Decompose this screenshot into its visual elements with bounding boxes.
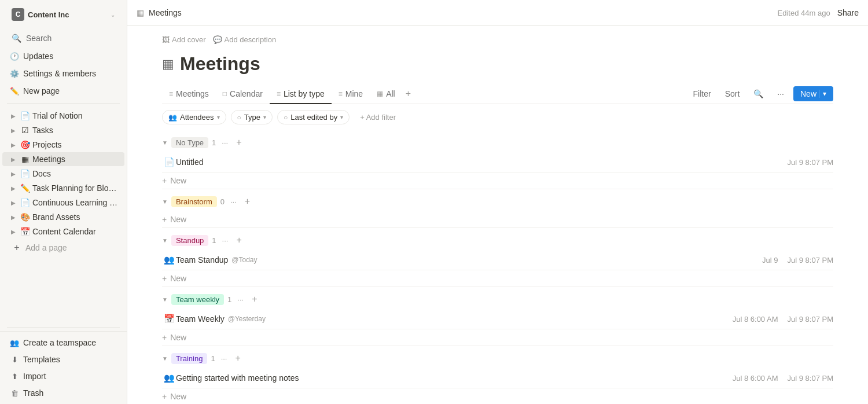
section-header-training[interactable]: ▼ Training 1 ··· + bbox=[162, 346, 833, 368]
search-label: Search bbox=[26, 34, 52, 43]
sidebar-item-brandassets[interactable]: ▶ 🎨 Brand Assets bbox=[2, 210, 124, 224]
add-cover-button[interactable]: 🖼 Add cover bbox=[162, 35, 206, 44]
sidebar: C Content Inc ⌄ 🔍 Search 🕐 Updates ⚙️ Se… bbox=[0, 0, 127, 404]
filter-chip-type[interactable]: ○Type▾ bbox=[231, 110, 273, 124]
new-row-button-teamweekly[interactable]: +New bbox=[162, 329, 833, 346]
new-page-label: New page bbox=[23, 86, 117, 96]
sidebar-item-add-page[interactable]: + Add a page bbox=[2, 240, 124, 256]
new-row-label: New bbox=[170, 215, 186, 224]
section-count: 1 bbox=[211, 354, 215, 363]
import-icon: ⬆ bbox=[9, 371, 20, 381]
row-date1: Jul 9 8:07 PM bbox=[788, 315, 834, 324]
page-title: Meetings bbox=[180, 53, 260, 75]
db-tab-listbytype[interactable]: ≡List by type bbox=[270, 85, 332, 104]
sidebar-item-tasks[interactable]: ▶ ☑ Tasks bbox=[2, 123, 124, 137]
row-meta: Jul 9 8:07 PM bbox=[788, 158, 834, 167]
row-tag: @Today bbox=[231, 256, 257, 264]
section-toggle-icon: ▼ bbox=[162, 355, 168, 362]
new-record-button[interactable]: New ▾ bbox=[793, 86, 833, 101]
list-row[interactable]: 👥 Team Standup @Today Jul 9 Jul 9 8:07 P… bbox=[162, 250, 833, 270]
tree-item-icon: 📄 bbox=[20, 169, 30, 178]
section-header-standup[interactable]: ▼ Standup 1 ··· + bbox=[162, 228, 833, 250]
sidebar-divider-bottom bbox=[7, 327, 120, 328]
add-description-button[interactable]: 💬 Add description bbox=[213, 35, 277, 44]
row-date1: Jul 9 8:07 PM bbox=[788, 158, 834, 167]
topbar-page-icon: ▦ bbox=[137, 8, 144, 17]
more-options-button[interactable]: ··· bbox=[773, 87, 789, 101]
section-add-button[interactable]: + bbox=[234, 234, 244, 247]
filter-label: Last edited by bbox=[290, 113, 337, 122]
new-label: New bbox=[800, 89, 816, 98]
section-tag: Training bbox=[171, 353, 207, 364]
sidebar-item-templates[interactable]: ⬇ Templates bbox=[2, 351, 124, 368]
page-actions: 🖼 Add cover 💬 Add description bbox=[162, 26, 833, 49]
new-row-button-training[interactable]: +New bbox=[162, 388, 833, 404]
share-button[interactable]: Share bbox=[837, 8, 859, 17]
section-add-button[interactable]: + bbox=[233, 352, 242, 365]
filter-chip-last-edited-by[interactable]: ○Last edited by▾ bbox=[277, 110, 350, 124]
tree-item-icon: ✏️ bbox=[20, 183, 30, 193]
sidebar-item-trial[interactable]: ▶ 📄 Trial of Notion bbox=[2, 109, 124, 123]
add-description-icon: 💬 bbox=[213, 35, 222, 44]
list-section-standup: ▼ Standup 1 ··· + 👥 Team Standup @Today … bbox=[162, 228, 833, 287]
section-more-button[interactable]: ··· bbox=[219, 137, 230, 148]
sidebar-item-updates[interactable]: 🕐 Updates bbox=[2, 48, 124, 64]
section-more-button[interactable]: ··· bbox=[220, 235, 231, 246]
section-add-button[interactable]: + bbox=[249, 293, 259, 306]
db-tab-mine[interactable]: ≡Mine bbox=[332, 85, 370, 104]
sidebar-item-taskplanning[interactable]: ▶ ✏️ Task Planning for Blog Pr... bbox=[2, 181, 124, 195]
filter-button[interactable]: Filter bbox=[689, 87, 716, 101]
sidebar-item-settings[interactable]: ⚙️ Settings & members bbox=[2, 65, 124, 82]
new-row-label: New bbox=[170, 176, 186, 185]
sidebar-item-trash[interactable]: 🗑 Trash bbox=[2, 385, 124, 401]
add-tab-button[interactable]: + bbox=[402, 84, 414, 104]
sort-button[interactable]: Sort bbox=[720, 87, 745, 101]
sidebar-item-import[interactable]: ⬆ Import bbox=[2, 368, 124, 384]
page-content: 🖼 Add cover 💬 Add description ▦ Meetings… bbox=[127, 26, 868, 404]
sidebar-item-continuouslearning[interactable]: ▶ 📄 Continuous Learning Pla... bbox=[2, 196, 124, 210]
section-add-button[interactable]: + bbox=[234, 136, 244, 149]
search-button[interactable]: 🔍 Search bbox=[5, 30, 122, 46]
db-tab-all[interactable]: ▦All bbox=[370, 85, 402, 104]
sidebar-item-teamspace[interactable]: 👥 Create a teamspace bbox=[2, 335, 124, 351]
new-row-label: New bbox=[170, 333, 186, 342]
list-row[interactable]: 👥 Getting started with meeting notes Jul… bbox=[162, 368, 833, 388]
topbar: ▦ Meetings Edited 44m ago Share bbox=[127, 0, 868, 26]
section-add-button[interactable]: + bbox=[242, 195, 252, 208]
sidebar-item-new-page[interactable]: ✏️ New page bbox=[2, 83, 124, 99]
add-page-label: Add a page bbox=[25, 243, 117, 252]
new-row-button-brainstorm[interactable]: +New bbox=[162, 211, 833, 227]
list-row[interactable]: 📅 Team Weekly @Yesterday Jul 8 6:00 AM J… bbox=[162, 309, 833, 329]
filter-arrow-icon: ▾ bbox=[263, 114, 266, 120]
section-tag: Team weekly bbox=[171, 294, 224, 305]
section-more-button[interactable]: ··· bbox=[228, 196, 239, 207]
db-tab-calendar[interactable]: □Calendar bbox=[216, 85, 270, 104]
list-section-training: ▼ Training 1 ··· + 👥 Getting started wit… bbox=[162, 346, 833, 404]
search-db-button[interactable]: 🔍 bbox=[749, 87, 768, 101]
section-more-button[interactable]: ··· bbox=[219, 353, 230, 364]
sidebar-item-contentcalendar[interactable]: ▶ 📅 Content Calendar bbox=[2, 225, 124, 238]
tab-icon: ≡ bbox=[169, 90, 173, 98]
sidebar-item-docs[interactable]: ▶ 📄 Docs bbox=[2, 167, 124, 181]
row-meta: Jul 8 6:00 AM Jul 9 8:07 PM bbox=[733, 374, 833, 383]
new-dropdown-icon[interactable]: ▾ bbox=[819, 90, 826, 98]
tab-icon: ≡ bbox=[339, 90, 343, 98]
new-row-button-notype[interactable]: +New bbox=[162, 172, 833, 189]
templates-icon: ⬇ bbox=[9, 354, 20, 365]
sidebar-item-meetings[interactable]: ▶ ▦ Meetings bbox=[2, 152, 124, 166]
db-tab-meetings[interactable]: ≡Meetings bbox=[162, 85, 216, 104]
workspace-header[interactable]: C Content Inc ⌄ bbox=[5, 2, 122, 27]
new-row-button-standup[interactable]: +New bbox=[162, 270, 833, 287]
section-header-teamweekly[interactable]: ▼ Team weekly 1 ··· + bbox=[162, 287, 833, 309]
list-row[interactable]: 📄 Untitled Jul 9 8:07 PM bbox=[162, 152, 833, 172]
tree-item-label: Continuous Learning Pla... bbox=[32, 198, 120, 207]
sidebar-item-projects[interactable]: ▶ 🎯 Projects bbox=[2, 138, 124, 152]
add-filter-button[interactable]: + Add filter bbox=[354, 111, 402, 124]
row-date2: Jul 8 6:00 AM bbox=[733, 315, 778, 324]
section-header-notype[interactable]: ▼ No Type 1 ··· + bbox=[162, 130, 833, 152]
section-more-button[interactable]: ··· bbox=[235, 294, 246, 305]
add-cover-icon: 🖼 bbox=[162, 35, 170, 44]
section-header-brainstorm[interactable]: ▼ Brainstorm 0 ··· + bbox=[162, 189, 833, 211]
filter-chip-attendees[interactable]: 👥Attendees▾ bbox=[162, 110, 226, 124]
section-count: 1 bbox=[212, 138, 216, 147]
